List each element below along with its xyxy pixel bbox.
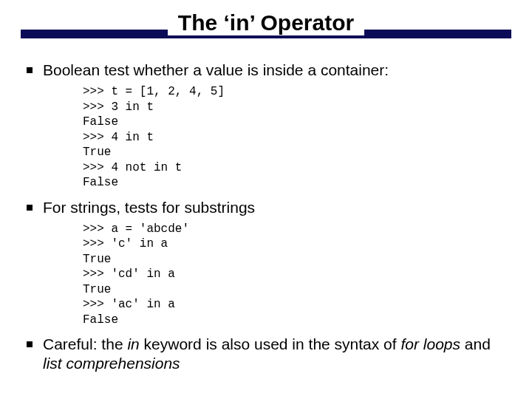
code-block: >>> a = 'abcde' >>> 'c' in a True >>> 'c… <box>83 222 511 327</box>
bullet-icon <box>27 205 33 211</box>
bullet-text: Boolean test whether a value is inside a… <box>43 61 389 80</box>
keyword-list-comprehensions: list comprehensions <box>43 355 180 372</box>
bullet-icon <box>27 67 33 73</box>
text-segment: and <box>460 335 491 352</box>
keyword-for-loops: for loops <box>400 335 460 352</box>
text-segment: keyword is also used in the syntax of <box>140 335 401 352</box>
bullet-text: Careful: the in keyword is also used in … <box>43 335 511 374</box>
slide-title: The ‘in’ Operator <box>168 10 364 35</box>
bullet-item: For strings, tests for substrings <box>27 198 511 217</box>
bullet-text: For strings, tests for substrings <box>43 198 255 217</box>
bullet-item: Boolean test whether a value is inside a… <box>27 61 511 80</box>
bullet-icon <box>27 341 33 347</box>
keyword-in: in <box>127 335 139 352</box>
bullet-item: Careful: the in keyword is also used in … <box>27 335 511 374</box>
slide-content: Boolean test whether a value is inside a… <box>21 61 511 374</box>
code-block: >>> t = [1, 2, 4, 5] >>> 3 in t False >>… <box>83 84 511 190</box>
title-wrap: The ‘in’ Operator <box>21 0 511 47</box>
slide: The ‘in’ Operator Boolean test whether a… <box>0 0 532 399</box>
text-segment: Careful: the <box>43 335 127 352</box>
